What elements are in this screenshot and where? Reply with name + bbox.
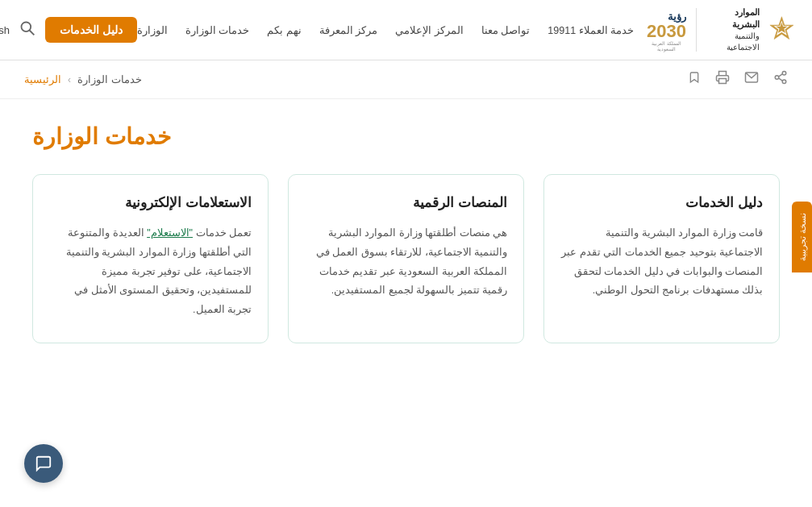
nav-contact-us[interactable]: تواصل معنا [481,24,530,36]
nav-customer-service[interactable]: خدمة العملاء 19911 [548,24,634,36]
services-guide-button[interactable]: دليل الخدمات [45,17,137,43]
side-beta-tab[interactable]: نسخة تجريبية [792,202,812,272]
language-selector[interactable]: English [0,21,10,39]
breadcrumb: خدمات الوزارة › الرئيسية [24,73,142,85]
card-e-queries-body: تعمل خدمات "الاستعلام" العديدة والمتنوعة… [49,224,252,320]
card-digital-platforms-body: هي منصات أطلقتها وزارة الموارد البشرية و… [305,224,507,301]
email-icon[interactable] [744,70,759,89]
nav-care[interactable]: نهم بكم [267,24,301,36]
nav-ministry[interactable]: الوزارة [137,24,168,36]
card-service-guide: دليل الخدمات قامت وزارة الموارد البشرية … [543,174,780,343]
breadcrumb-home[interactable]: الرئيسية [24,73,61,85]
card-e-queries-title: الاستعلامات الإلكترونية [49,194,252,211]
nav-ministry-services[interactable]: خدمات الوزارة [185,24,249,36]
breadcrumb-current: خدمات الوزارة [77,73,142,85]
card-e-queries: الاستعلامات الإلكترونية تعمل خدمات "الاس… [32,174,269,343]
main-nav: خدمة العملاء 19911 تواصل معنا المركز الإ… [137,24,634,36]
svg-line-12 [778,78,782,81]
svg-rect-14 [719,79,727,84]
vision-2030-logo: رؤية 2030 المملكة العربية السعودية [647,8,697,52]
logo-area: الموارد البشرية والتنمية الاجتماعية [716,6,796,54]
nav-media-center[interactable]: المركز الإعلامي [395,24,463,36]
header-right: الموارد البشرية والتنمية الاجتماعية رؤية… [137,6,796,54]
svg-point-3 [22,22,31,31]
language-label: English [0,24,10,36]
search-trigger[interactable] [19,20,35,40]
breadcrumb-separator: › [68,74,71,85]
svg-line-11 [778,74,782,77]
card-digital-platforms: المنصات الرقمية هي منصات أطلقتها وزارة ا… [288,174,524,343]
bookmark-icon[interactable] [688,70,701,89]
share-icon[interactable] [773,70,788,89]
card-digital-platforms-title: المنصات الرقمية [305,194,507,211]
page-title: خدمات الوزارة [32,123,780,150]
main-header: الموارد البشرية والتنمية الاجتماعية رؤية… [0,0,812,60]
ministry-star-icon [768,10,796,49]
e-queries-link[interactable]: "الاستعلام" [147,227,193,239]
action-icons [688,70,788,89]
breadcrumb-bar: خدمات الوزارة › الرئيسية [0,60,812,99]
print-icon[interactable] [715,70,730,89]
ministry-name: الموارد البشرية والتنمية الاجتماعية [716,6,760,54]
main-content: خدمات الوزارة دليل الخدمات قامت وزارة ال… [0,99,812,368]
search-icon [19,20,35,40]
svg-line-4 [30,30,35,35]
header-left: دليل الخدمات English [0,17,137,43]
card-service-guide-title: دليل الخدمات [560,194,763,211]
nav-knowledge-center[interactable]: مركز المعرفة [319,24,377,36]
cards-container: دليل الخدمات قامت وزارة الموارد البشرية … [32,174,780,343]
card-service-guide-body: قامت وزارة الموارد البشرية والتنمية الاج… [560,224,763,301]
